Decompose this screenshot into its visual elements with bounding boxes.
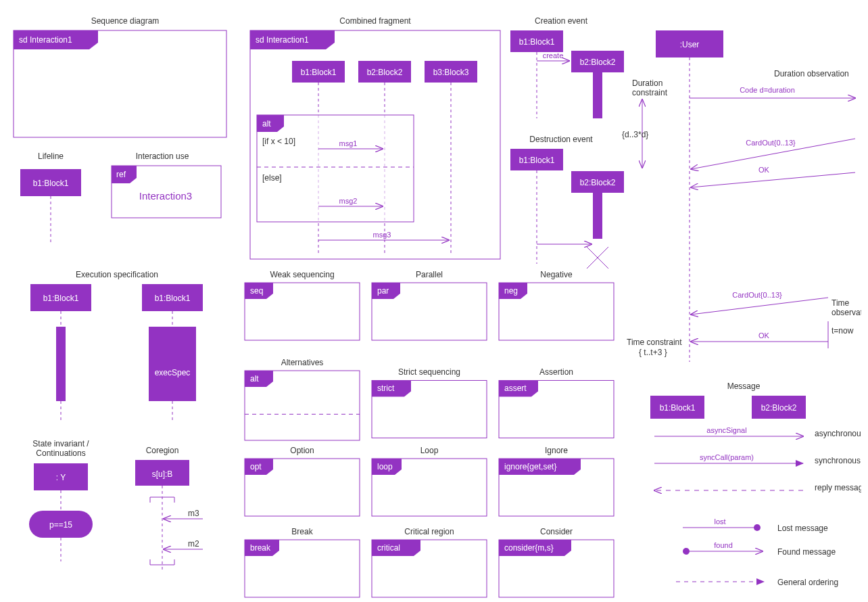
svg-text:msg3: msg3	[373, 231, 391, 239]
exec1-bar	[56, 327, 66, 401]
svg-text:[else]: [else]	[262, 173, 282, 183]
title-combined: Combined fragment	[339, 16, 411, 26]
svg-text:observation: observation	[831, 308, 861, 317]
svg-text:Time constraint: Time constraint	[627, 338, 682, 347]
svg-text:CardOut{0..13}: CardOut{0..13}	[746, 139, 796, 147]
svg-text:create: create	[543, 51, 564, 60]
svg-text:OK: OK	[758, 166, 770, 174]
frag-tag-text: consider{m,s}	[504, 543, 554, 553]
exec2-text: b1:Block1	[155, 294, 191, 303]
frag-title-break: Break	[291, 527, 313, 536]
frag-tag-text: seq	[250, 286, 263, 296]
svg-text:reply message: reply message	[815, 483, 861, 492]
svg-text:alt: alt	[262, 119, 271, 129]
title-destruction: Destruction event	[529, 135, 593, 144]
stateinv-text: : Y	[56, 473, 66, 482]
svg-line-62	[691, 298, 828, 315]
svg-text:{d..3*d}: {d..3*d}	[622, 130, 648, 139]
svg-text:[if x < 10]: [if x < 10]	[262, 137, 295, 146]
intuse-tag-text: ref	[116, 170, 126, 179]
svg-text:Code d=duration: Code d=duration	[740, 86, 795, 94]
svg-text:b3:Block3: b3:Block3	[433, 68, 469, 77]
svg-text:b1:Block1: b1:Block1	[660, 403, 696, 413]
fragments-grid: Weak sequencingseqParallelparNegativeneg…	[245, 270, 614, 597]
title-execspec: Execution specification	[76, 270, 158, 279]
svg-text:b1:Block1: b1:Block1	[519, 156, 555, 165]
frag-tag-text: neg	[504, 286, 518, 296]
svg-text:msg2: msg2	[339, 197, 358, 205]
title-lifeline: Lifeline	[38, 152, 64, 161]
exec1-text: b1:Block1	[43, 294, 79, 303]
title-intuse: Interaction use	[136, 152, 189, 161]
frag-tag-text: strict	[377, 384, 395, 393]
svg-text:t=now: t=now	[831, 326, 854, 335]
svg-text:b2:Block2: b2:Block2	[580, 57, 616, 67]
svg-text:Time: Time	[831, 298, 850, 308]
frag-title-strict: Strict sequencing	[398, 367, 460, 377]
svg-text:b2:Block2: b2:Block2	[367, 68, 403, 77]
frag-title-alt: Alternatives	[281, 358, 324, 367]
frag-tag-text: par	[377, 286, 389, 296]
exec2-label: execSpec	[155, 368, 191, 377]
frag-title-critical: Critical region	[404, 527, 454, 536]
title-seq-diagram: Sequence diagram	[91, 16, 160, 26]
svg-text:constraint: constraint	[632, 88, 668, 97]
title-stateinv1: State invariant /	[32, 439, 89, 448]
frag-tag-text: assert	[504, 384, 527, 393]
svg-text:asyncSignal: asyncSignal	[706, 426, 746, 434]
svg-text:Lost message: Lost message	[777, 524, 828, 533]
svg-text:syncCall(param): syncCall(param)	[700, 453, 754, 461]
frag-tag-text: opt	[250, 462, 262, 471]
lifeline-text: b1:Block1	[33, 179, 69, 188]
title-creation: Creation event	[535, 16, 588, 26]
frag-tag-text: critical	[377, 543, 400, 553]
svg-text:CardOut{0..13}: CardOut{0..13}	[732, 291, 782, 299]
svg-text:b2:Block2: b2:Block2	[580, 178, 616, 187]
svg-text:OK: OK	[758, 331, 770, 340]
svg-text:asynchronous signal: asynchronous signal	[815, 429, 861, 438]
svg-text:{ t..t+3 }: { t..t+3 }	[639, 348, 667, 357]
svg-text:sd  Interaction1: sd Interaction1	[256, 35, 309, 45]
frag-tab	[245, 371, 273, 387]
frag-title-considerms: Consider	[540, 527, 573, 536]
title-stateinv2: Continuations	[36, 448, 85, 458]
frag-title-loop: Loop	[420, 446, 439, 455]
svg-rect-40	[593, 72, 602, 118]
title-message: Message	[727, 381, 761, 391]
frag-tag-text: break	[250, 543, 271, 553]
intuse-body: Interaction3	[139, 190, 192, 202]
frag-title-assert: Assertion	[539, 367, 573, 377]
diagram-canvas: Sequence diagram sd Interaction1 Lifelin…	[7, 10, 861, 599]
title-durobs: Duration observation	[774, 69, 849, 78]
frag-title-par: Parallel	[416, 270, 443, 279]
stateinv-oval-text: p==15	[49, 520, 72, 530]
frag-title-neg: Negative	[540, 270, 573, 279]
svg-rect-21	[257, 115, 414, 222]
svg-text:msg1: msg1	[339, 139, 358, 147]
svg-text:lost: lost	[714, 517, 725, 526]
frag-title-ignoregetset: Ignore	[545, 446, 568, 455]
svg-text::User: :User	[680, 40, 700, 49]
coregion-text: s[u]:B	[152, 469, 173, 479]
seq-tag-text: sd Interaction1	[19, 35, 72, 45]
svg-text:m2: m2	[188, 539, 199, 549]
svg-text:Duration: Duration	[632, 78, 662, 88]
frag-tag-text: alt	[250, 374, 259, 384]
svg-text:General ordering: General ordering	[777, 578, 838, 587]
frag-title-seq: Weak sequencing	[270, 270, 334, 279]
svg-text:found: found	[714, 541, 733, 549]
frag-tag-text: loop	[377, 462, 393, 471]
svg-text:b1:Block1: b1:Block1	[301, 68, 337, 77]
svg-text:m3: m3	[188, 509, 199, 518]
svg-line-59	[691, 172, 855, 187]
frag-title-opt: Option	[290, 446, 314, 455]
svg-text:synchronous call: synchronous call	[815, 456, 861, 465]
svg-rect-46	[593, 193, 602, 239]
svg-text:Found message: Found message	[777, 547, 836, 557]
svg-text:b1:Block1: b1:Block1	[519, 37, 555, 47]
frag-tag-text: ignore{get,set}	[504, 462, 556, 471]
svg-text:b2:Block2: b2:Block2	[761, 403, 797, 413]
exec2-bar	[149, 327, 196, 401]
title-coregion: Coregion	[146, 446, 179, 455]
